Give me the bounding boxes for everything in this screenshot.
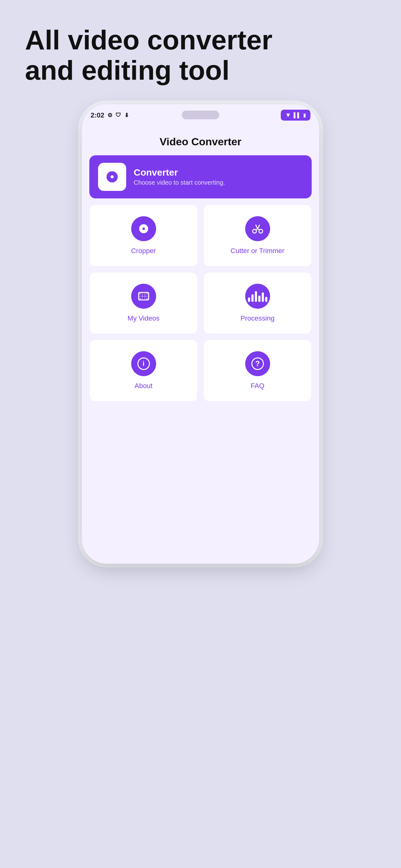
time-display: 2:02 [91, 111, 104, 119]
cutter-label: Cutter or Trimmer [231, 247, 284, 255]
myvideos-icon-circle [131, 284, 156, 309]
grid-row-2: My Videos Processing [89, 272, 312, 334]
about-card[interactable]: i About [89, 340, 198, 402]
phone-mockup: 2:02 ⚙ 🛡 ⬇ ▼ ▌▌ ▮ Video Converter [82, 104, 319, 564]
download-icon: ⬇ [124, 112, 129, 119]
processing-card[interactable]: Processing [203, 272, 312, 334]
myvideos-label: My Videos [127, 314, 159, 322]
about-icon-circle: i [131, 351, 156, 376]
wifi-icon: ▼ [285, 112, 291, 119]
faq-card[interactable]: ? FAQ [203, 340, 312, 402]
app-title: Video Converter [160, 135, 241, 148]
cutter-icon-circle [245, 216, 270, 241]
shield-icon: 🛡 [115, 112, 121, 118]
page-title: All video converter and editing tool [0, 0, 401, 104]
status-bar: 2:02 ⚙ 🛡 ⬇ ▼ ▌▌ ▮ [82, 104, 319, 126]
grid-row-1: Cropper Cutter or Tr [89, 205, 312, 267]
notch [182, 111, 219, 119]
svg-rect-20 [146, 298, 149, 300]
svg-rect-19 [139, 298, 141, 300]
faq-icon-circle: ? [245, 351, 270, 376]
svg-line-15 [258, 225, 260, 229]
settings-icon: ⚙ [107, 112, 112, 119]
battery-icon: ▮ [303, 112, 306, 118]
grid-row-3: i About ? FAQ [89, 340, 312, 402]
cutter-card[interactable]: Cutter or Trimmer [203, 205, 312, 267]
signal-icon: ▌▌ [294, 113, 301, 118]
cropper-card[interactable]: Cropper [89, 205, 198, 267]
svg-point-4 [110, 175, 114, 178]
myvideos-card[interactable]: My Videos [89, 272, 198, 334]
phone-body: Video Converter [82, 126, 319, 564]
cropper-label: Cropper [131, 247, 156, 255]
status-right: ▼ ▌▌ ▮ [281, 110, 310, 121]
converter-subtitle: Choose video to start converting. [134, 179, 225, 186]
app-header: Video Converter [82, 126, 319, 155]
svg-rect-18 [146, 292, 149, 294]
svg-line-14 [256, 225, 258, 229]
about-label: About [135, 382, 153, 390]
converter-text: Converter Choose video to start converti… [134, 167, 225, 186]
question-icon: ? [252, 358, 264, 370]
info-icon: i [137, 358, 150, 370]
svg-rect-17 [139, 292, 141, 294]
cropper-icon-circle [131, 216, 156, 241]
faq-label: FAQ [250, 382, 264, 390]
app-content: Converter Choose video to start converti… [82, 155, 319, 402]
converter-icon-box [98, 163, 126, 191]
pinwheel-icon [104, 168, 121, 185]
converter-banner[interactable]: Converter Choose video to start converti… [89, 155, 312, 198]
converter-title: Converter [134, 167, 225, 178]
waveform-icon [248, 290, 267, 302]
processing-label: Processing [240, 314, 274, 322]
status-left: 2:02 ⚙ 🛡 ⬇ [91, 111, 129, 119]
phone-bottom-space [82, 407, 319, 463]
svg-point-9 [142, 227, 145, 230]
processing-icon-circle [245, 284, 270, 309]
